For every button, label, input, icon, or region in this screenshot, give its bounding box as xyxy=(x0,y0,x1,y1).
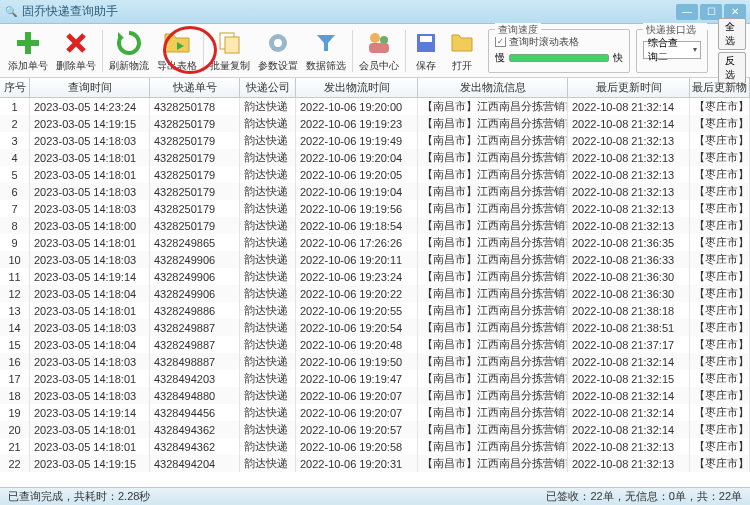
col-seq[interactable]: 序号 xyxy=(0,78,30,97)
table-row[interactable]: 212023-03-05 14:18:014328494362韵达快递2022-… xyxy=(0,438,750,455)
member-button[interactable]: 会员中心 xyxy=(355,27,403,75)
data-grid[interactable]: 12023-03-05 14:23:244328250178韵达快递2022-1… xyxy=(0,98,750,486)
cell: 2023-03-05 14:18:01 xyxy=(30,302,150,319)
cell: 2023-03-05 14:18:01 xyxy=(30,234,150,251)
toolbar: 添加单号 删除单号 刷新物流 导出表格 批量复制 参数设置 数据筛选 会员中心 … xyxy=(0,24,750,78)
speed-box: 查询速度 ✓ 查询时滚动表格 慢 快 xyxy=(488,29,630,73)
delete-button[interactable]: 删除单号 xyxy=(52,27,100,75)
table-row[interactable]: 192023-03-05 14:19:144328494456韵达快递2022-… xyxy=(0,404,750,421)
cell: 4 xyxy=(0,149,30,166)
cell: 2022-10-06 19:20:07 xyxy=(296,387,418,404)
table-row[interactable]: 22023-03-05 14:19:154328250179韵达快递2022-1… xyxy=(0,115,750,132)
table-row[interactable]: 72023-03-05 14:18:034328250179韵达快递2022-1… xyxy=(0,200,750,217)
col-updatetime[interactable]: 最后更新时间 xyxy=(568,78,690,97)
cell: 4328250179 xyxy=(150,149,240,166)
cell: 3 xyxy=(0,132,30,149)
cell: 4328494362 xyxy=(150,421,240,438)
settings-button[interactable]: 参数设置 xyxy=(254,27,302,75)
cell: 2022-10-08 21:32:13 xyxy=(568,149,690,166)
table-row[interactable]: 42023-03-05 14:18:014328250179韵达快递2022-1… xyxy=(0,149,750,166)
table-row[interactable]: 52023-03-05 14:18:014328250179韵达快递2022-1… xyxy=(0,166,750,183)
table-row[interactable]: 62023-03-05 14:18:034328250179韵达快递2022-1… xyxy=(0,183,750,200)
cell: 2022-10-08 21:36:30 xyxy=(568,268,690,285)
table-row[interactable]: 82023-03-05 14:18:004328250179韵达快递2022-1… xyxy=(0,217,750,234)
table-row[interactable]: 142023-03-05 14:18:034328249887韵达快递2022-… xyxy=(0,319,750,336)
cell: 2023-03-05 14:18:03 xyxy=(30,353,150,370)
delete-label: 删除单号 xyxy=(56,59,96,73)
cell: 11 xyxy=(0,268,30,285)
table-row[interactable]: 202023-03-05 14:18:014328494362韵达快递2022-… xyxy=(0,421,750,438)
cell: 【南昌市】江西南昌分拣营销市… xyxy=(418,438,568,455)
table-row[interactable]: 182023-03-05 14:18:034328494880韵达快递2022-… xyxy=(0,387,750,404)
cell: 【枣庄市】 xyxy=(690,302,750,319)
col-company[interactable]: 快递公司 xyxy=(240,78,296,97)
cell: 4328249906 xyxy=(150,268,240,285)
cell: 韵达快递 xyxy=(240,285,296,302)
cell: 2022-10-08 21:32:13 xyxy=(568,166,690,183)
table-row[interactable]: 152023-03-05 14:18:044328249887韵达快递2022-… xyxy=(0,336,750,353)
cell: 【南昌市】江西南昌分拣营销市… xyxy=(418,421,568,438)
cell: 4328494362 xyxy=(150,438,240,455)
save-button[interactable]: 保存 xyxy=(408,27,444,75)
table-row[interactable]: 162023-03-05 14:18:034328498887韵达快递2022-… xyxy=(0,353,750,370)
add-label: 添加单号 xyxy=(8,59,48,73)
save-icon xyxy=(412,29,440,57)
cell: 【南昌市】江西南昌分拣营销市… xyxy=(418,370,568,387)
table-row[interactable]: 132023-03-05 14:18:014328249886韵达快递2022-… xyxy=(0,302,750,319)
open-button[interactable]: 打开 xyxy=(444,27,480,75)
col-querytime[interactable]: 查询时间 xyxy=(30,78,150,97)
cell: 2022-10-08 21:32:13 xyxy=(568,132,690,149)
refresh-label: 刷新物流 xyxy=(109,59,149,73)
speed-slider[interactable] xyxy=(509,54,609,62)
plus-icon xyxy=(14,29,42,57)
refresh-button[interactable]: 刷新物流 xyxy=(105,27,153,75)
cell: 15 xyxy=(0,336,30,353)
status-right: 已签收：22单，无信息：0单，共：22单 xyxy=(546,489,742,504)
table-row[interactable]: 92023-03-05 14:18:014328249865韵达快递2022-1… xyxy=(0,234,750,251)
cell: 【南昌市】江西南昌分拣营销市… xyxy=(418,285,568,302)
col-updateinfo[interactable]: 最后更新物 xyxy=(690,78,750,97)
separator xyxy=(102,30,103,72)
cell: 韵达快递 xyxy=(240,302,296,319)
separator xyxy=(203,30,204,72)
scroll-label: 查询时滚动表格 xyxy=(509,35,579,49)
export-label: 导出表格 xyxy=(157,59,197,73)
table-row[interactable]: 112023-03-05 14:19:144328249906韵达快递2022-… xyxy=(0,268,750,285)
cell: 2022-10-08 21:32:13 xyxy=(568,438,690,455)
cell: 【南昌市】江西南昌分拣营销市… xyxy=(418,132,568,149)
col-sendtime[interactable]: 发出物流时间 xyxy=(296,78,418,97)
cell: 4328249886 xyxy=(150,302,240,319)
port-select[interactable]: 综合查询二 xyxy=(643,41,701,59)
cell: 【枣庄市】 xyxy=(690,115,750,132)
table-row[interactable]: 122023-03-05 14:18:044328249906韵达快递2022-… xyxy=(0,285,750,302)
table-row[interactable]: 172023-03-05 14:18:014328494203韵达快递2022-… xyxy=(0,370,750,387)
cell: 韵达快递 xyxy=(240,370,296,387)
cell: 2022-10-08 21:36:33 xyxy=(568,251,690,268)
cell: 2022-10-06 19:20:57 xyxy=(296,421,418,438)
col-trackno[interactable]: 快递单号 xyxy=(150,78,240,97)
add-button[interactable]: 添加单号 xyxy=(4,27,52,75)
cell: 4328250178 xyxy=(150,98,240,115)
cell: 2022-10-08 21:32:14 xyxy=(568,353,690,370)
table-row[interactable]: 222023-03-05 14:19:154328494204韵达快递2022-… xyxy=(0,455,750,472)
export-button[interactable]: 导出表格 xyxy=(153,27,201,75)
scroll-checkbox[interactable]: ✓ 查询时滚动表格 xyxy=(495,35,623,49)
filter-button[interactable]: 数据筛选 xyxy=(302,27,350,75)
batch-button[interactable]: 批量复制 xyxy=(206,27,254,75)
cell: 【南昌市】江西南昌分拣营销市… xyxy=(418,115,568,132)
table-row[interactable]: 102023-03-05 14:18:034328249906韵达快递2022-… xyxy=(0,251,750,268)
cell: 2022-10-08 21:32:14 xyxy=(568,421,690,438)
col-sendinfo[interactable]: 发出物流信息 xyxy=(418,78,568,97)
cell: 20 xyxy=(0,421,30,438)
cell: 韵达快递 xyxy=(240,183,296,200)
cell: 2022-10-06 19:19:49 xyxy=(296,132,418,149)
separator xyxy=(405,30,406,72)
cell: 2023-03-05 14:18:04 xyxy=(30,285,150,302)
cell: 2022-10-08 21:32:13 xyxy=(568,455,690,472)
cell: 【枣庄市】 xyxy=(690,285,750,302)
selectall-button[interactable]: 全选 xyxy=(718,18,746,50)
cell: 【南昌市】江西南昌分拣营销市… xyxy=(418,183,568,200)
cell: 2022-10-08 21:38:51 xyxy=(568,319,690,336)
table-row[interactable]: 12023-03-05 14:23:244328250178韵达快递2022-1… xyxy=(0,98,750,115)
table-row[interactable]: 32023-03-05 14:18:034328250179韵达快递2022-1… xyxy=(0,132,750,149)
